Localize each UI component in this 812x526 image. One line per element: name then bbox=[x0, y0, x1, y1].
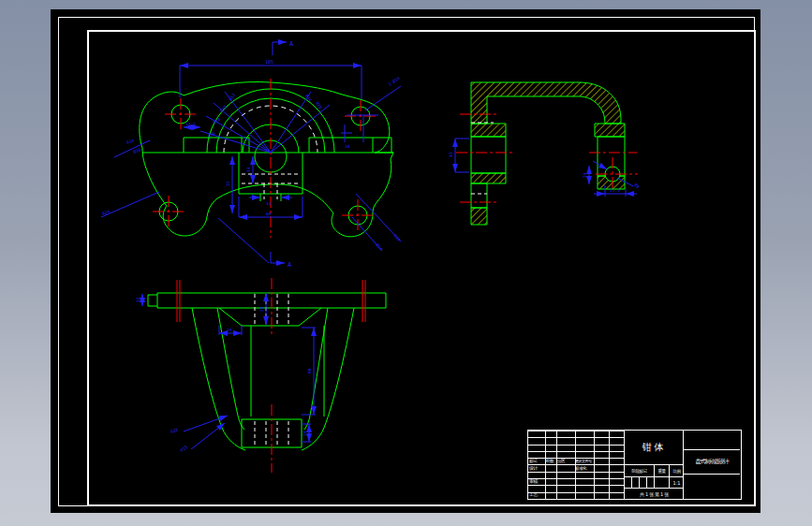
right-pad bbox=[309, 138, 391, 153]
grid-line bbox=[594, 431, 595, 499]
left-plain-block bbox=[471, 137, 506, 173]
grid-line bbox=[556, 431, 557, 499]
revision-header-docno: 更改文件号 bbox=[575, 458, 592, 464]
drawing-number-box bbox=[684, 475, 740, 499]
dim-label: R52 bbox=[229, 93, 237, 102]
dim-label: 24 bbox=[303, 431, 307, 436]
part-name: 钳体 bbox=[625, 431, 684, 465]
weight-value bbox=[655, 477, 670, 488]
dim-label: 66 bbox=[307, 368, 312, 373]
dim-label: 185 bbox=[265, 59, 273, 65]
left-hatch-band bbox=[471, 173, 506, 183]
front-centerlines bbox=[153, 79, 376, 238]
dim-label: 60 bbox=[266, 212, 272, 216]
dim-label: 20 bbox=[259, 306, 264, 312]
dim-label: Ø34 bbox=[304, 94, 313, 103]
dim-label: 43 bbox=[449, 152, 453, 157]
scale-label: 比例 bbox=[670, 465, 684, 476]
cad-application: { "app": { "background_top": "#8490a6", … bbox=[0, 0, 812, 526]
dim-label: 11.5 bbox=[610, 188, 620, 193]
standard-label: 标准化 bbox=[575, 465, 586, 472]
dim-label: 24 bbox=[583, 172, 587, 178]
dim-label: R20 bbox=[170, 427, 180, 434]
title-block-right: 盘式制动器设计 bbox=[684, 431, 740, 499]
stage-cell bbox=[647, 477, 655, 488]
dim-label: R45 bbox=[219, 104, 228, 113]
revision-header-mark: 标记 bbox=[529, 458, 537, 464]
scale-value: 1:1 bbox=[670, 477, 684, 488]
stage-cell bbox=[625, 477, 632, 488]
org-name: 盘式制动器设计 bbox=[684, 450, 740, 475]
audit-label: 审核 bbox=[529, 478, 538, 485]
bottom-view: 12 20 19 66 24 R20 R15 bbox=[136, 278, 386, 473]
dim-label: Ø8 bbox=[633, 183, 641, 190]
process-label: 工艺 bbox=[529, 491, 538, 498]
material-box bbox=[684, 431, 740, 450]
dim-label: R15 bbox=[180, 445, 189, 453]
section-view: 43 24 Ø8 11.5 bbox=[449, 82, 641, 225]
dim-label: 13.5 bbox=[185, 122, 196, 126]
cavity-walls bbox=[251, 326, 324, 416]
dim-label: 13 bbox=[266, 201, 272, 206]
left-lower-column bbox=[471, 183, 487, 208]
stage-cells-row: 1:1 bbox=[625, 477, 684, 489]
dim-label: Ø28 bbox=[315, 101, 323, 110]
bottom-hidden-lines bbox=[255, 294, 288, 446]
left-step-block bbox=[471, 124, 506, 137]
revision-grid: 标记 处数 分区 更改文件号 设计 标准化 审核 工艺 bbox=[528, 431, 625, 499]
revision-header-zone: 分区 bbox=[557, 458, 565, 464]
dim-label: 12 bbox=[136, 297, 140, 302]
section-label-bottom: A bbox=[288, 261, 292, 269]
stage-label: 阶段标记 bbox=[625, 465, 655, 476]
revision-header-count: 处数 bbox=[546, 458, 554, 464]
pedestal bbox=[219, 308, 321, 326]
weight-label: 重量 bbox=[655, 465, 670, 476]
design-label: 设计 bbox=[529, 465, 538, 472]
title-block: 标记 处数 分区 更改文件号 设计 标准化 审核 工艺 钳体 阶段标记 重量 比… bbox=[527, 430, 742, 500]
section-label-top: A bbox=[289, 40, 294, 48]
stage-row: 阶段标记 重量 比例 bbox=[625, 465, 684, 477]
grid-line bbox=[545, 431, 546, 499]
dim-label: 18 bbox=[345, 144, 350, 149]
bottom-centerlines bbox=[177, 278, 365, 473]
stage-cell bbox=[632, 477, 640, 488]
dim-label: Ø14 bbox=[375, 242, 383, 252]
bridge-section bbox=[471, 82, 621, 124]
sheet-info: 共 1 张 第 1 张 bbox=[625, 489, 684, 499]
dim-label: 19 bbox=[227, 328, 232, 332]
front-dim-labels: 185 A A R52 R45 R38 R30 Ø34 Ø28 2-Ø14 13… bbox=[102, 40, 402, 269]
body-inner-left bbox=[217, 308, 244, 430]
dim-label: R14 bbox=[126, 138, 136, 145]
front-view: 185 A A R52 R45 R38 R30 Ø34 Ø28 2-Ø14 13… bbox=[101, 40, 402, 269]
stage-cell bbox=[640, 477, 647, 488]
bottom-dim-labels: 12 20 19 66 24 R20 R15 bbox=[136, 297, 312, 453]
grid-line bbox=[609, 431, 610, 499]
dim-label: 14 bbox=[246, 167, 251, 172]
dim-label: 2-Ø14 bbox=[388, 76, 401, 87]
dim-label: 35 bbox=[226, 181, 230, 186]
left-foot bbox=[471, 208, 487, 225]
right-step-block bbox=[595, 124, 625, 137]
title-block-center: 钳体 阶段标记 重量 比例 1:1 共 1 张 第 1 张 bbox=[625, 431, 684, 499]
bar-tab bbox=[148, 295, 157, 306]
